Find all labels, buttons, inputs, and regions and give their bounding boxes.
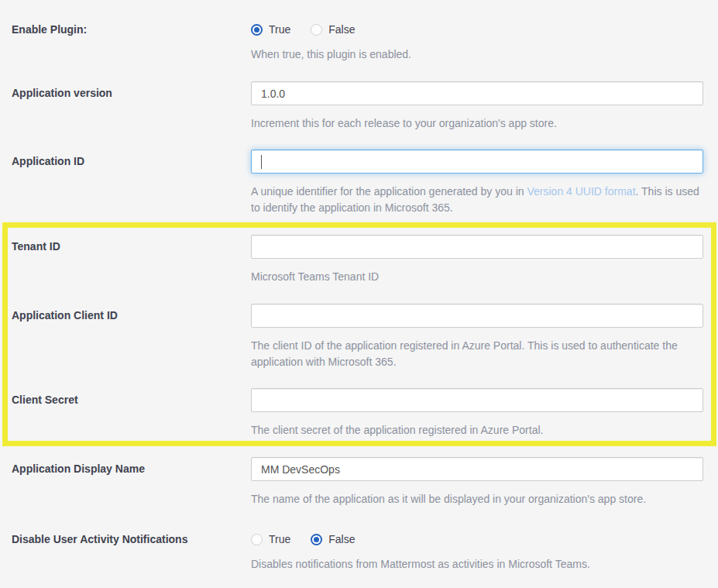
radio-selected-icon[interactable] xyxy=(251,24,263,36)
enable-plugin-false-label: False xyxy=(328,22,355,37)
disable-notifications-radio-group: True False xyxy=(251,531,703,546)
uuid-format-link[interactable]: Version 4 UUID format xyxy=(527,185,635,198)
application-version-label: Application version xyxy=(12,81,251,101)
enable-plugin-false-option[interactable]: False xyxy=(311,22,355,37)
application-version-help: Increment this for each release to your … xyxy=(251,115,703,132)
disable-notifications-label: Disable User Activity Notifications xyxy=(12,531,251,547)
enable-plugin-true-option[interactable]: True xyxy=(251,22,290,37)
form-row-application-version: Application version Increment this for e… xyxy=(12,81,703,132)
client-secret-help: The client secret of the application reg… xyxy=(251,422,703,438)
disable-notifications-false-label: False xyxy=(328,532,355,547)
application-id-label: Application ID xyxy=(12,150,251,169)
enable-plugin-label: Enable Plugin: xyxy=(12,22,251,37)
enable-plugin-help: When true, this plugin is enabled. xyxy=(251,46,703,63)
application-client-id-label: Application Client ID xyxy=(12,304,251,323)
disable-notifications-false-option[interactable]: False xyxy=(311,532,355,547)
tenant-id-help: Microsoft Teams Tenant ID xyxy=(251,269,703,285)
form-row-disable-user-activity-notifications: Disable User Activity Notifications True… xyxy=(12,531,703,573)
client-secret-label: Client Secret xyxy=(12,388,251,407)
application-id-input[interactable] xyxy=(251,150,703,174)
form-row-client-secret: Client Secret The client secret of the a… xyxy=(12,388,703,438)
disable-notifications-true-option[interactable]: True xyxy=(251,532,290,547)
form-row-application-display-name: Application Display Name The name of the… xyxy=(12,457,703,507)
application-id-help: A unique identifier for the application … xyxy=(251,184,703,216)
enable-plugin-radio-group: True False xyxy=(251,22,703,36)
application-version-control: Increment this for each release to your … xyxy=(251,81,703,132)
application-id-help-before: A unique identifier for the application … xyxy=(251,185,527,198)
application-version-input[interactable] xyxy=(251,81,703,105)
form-row-enable-plugin: Enable Plugin: True False When true, thi… xyxy=(12,22,703,63)
client-secret-control: The client secret of the application reg… xyxy=(251,388,703,438)
form-row-application-client-id: Application Client ID The client ID of t… xyxy=(12,304,703,370)
tenant-id-label: Tenant ID xyxy=(12,235,251,254)
application-id-control: A unique identifier for the application … xyxy=(251,150,703,216)
enable-plugin-control: True False When true, this plugin is ena… xyxy=(251,22,703,63)
disable-notifications-control: True False Disables notifications from M… xyxy=(251,531,703,573)
application-display-name-label: Application Display Name xyxy=(12,457,251,476)
application-display-name-control: The name of the application as it will b… xyxy=(251,457,703,507)
client-secret-input[interactable] xyxy=(251,388,703,412)
application-client-id-help: The client ID of the application registe… xyxy=(251,338,703,370)
enable-plugin-true-label: True xyxy=(269,22,290,37)
radio-selected-icon[interactable] xyxy=(311,534,322,545)
disable-notifications-help: Disables notifications from Mattermost a… xyxy=(251,556,703,573)
radio-unselected-icon[interactable] xyxy=(251,534,263,545)
application-client-id-input[interactable] xyxy=(251,304,703,328)
form-row-application-id: Application ID A unique identifier for t… xyxy=(12,150,703,216)
tenant-id-input[interactable] xyxy=(251,235,703,259)
radio-unselected-icon[interactable] xyxy=(311,24,322,36)
text-caret xyxy=(261,155,262,169)
application-display-name-help: The name of the application as it will b… xyxy=(251,491,703,507)
plugin-settings-page: Enable Plugin: True False When true, thi… xyxy=(0,0,718,588)
application-client-id-control: The client ID of the application registe… xyxy=(251,304,703,370)
disable-notifications-true-label: True xyxy=(269,532,290,547)
application-display-name-input[interactable] xyxy=(251,457,703,481)
form-row-tenant-id: Tenant ID Microsoft Teams Tenant ID xyxy=(12,235,703,285)
tenant-id-control: Microsoft Teams Tenant ID xyxy=(251,235,703,285)
